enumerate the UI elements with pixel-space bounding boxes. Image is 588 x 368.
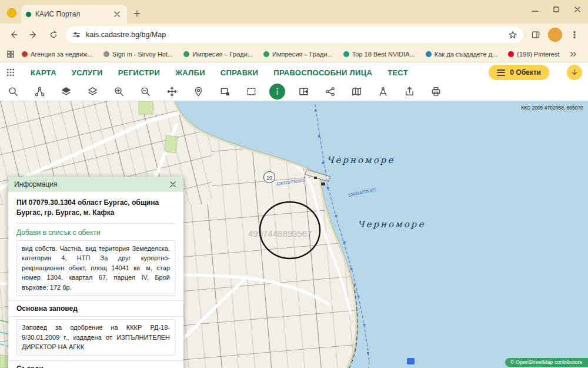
- bookmark-item[interactable]: Sign in - Sirvoy Hot...: [99, 49, 177, 59]
- bookmark-item[interactable]: Агенция за недвиж...: [18, 49, 97, 59]
- map-sheet-tool-icon[interactable]: [348, 84, 365, 100]
- bookmark-label: (198) Pinterest: [517, 51, 559, 58]
- site-settings-icon[interactable]: [72, 30, 81, 39]
- bookmark-favicon: [508, 51, 514, 57]
- nav-item-uslugi[interactable]: УСЛУГИ: [72, 68, 103, 77]
- nav-item-spravki[interactable]: СПРАВКИ: [220, 68, 258, 77]
- bookmark-label: Как да създадете д...: [435, 51, 498, 58]
- crs-coordinates-label: ККС 2005 4702058, 665070: [521, 105, 583, 111]
- collapse-header-button[interactable]: [567, 65, 582, 80]
- export-tool-icon[interactable]: [401, 84, 417, 100]
- location-tool-icon[interactable]: [190, 84, 206, 100]
- sea-name-label: Черноморе: [327, 155, 395, 165]
- side-panel-icon[interactable]: [528, 27, 543, 42]
- profile-avatar[interactable]: [548, 28, 562, 42]
- bookmark-label: Top 18 Best NVIDIA...: [352, 51, 415, 58]
- info-tool-icon[interactable]: [269, 84, 285, 100]
- browser-tabstrip: КАИС Портал: [0, 0, 588, 24]
- layers-outline-tool-icon[interactable]: [84, 84, 101, 100]
- bookmark-item[interactable]: Импресия – Гради...: [259, 49, 337, 59]
- zoom-in-tool-icon[interactable]: [111, 84, 127, 100]
- bookmark-label: Агенция за недвиж...: [31, 51, 93, 58]
- select-rect-tool-icon[interactable]: [216, 84, 233, 100]
- site-nav: КАРТА УСЛУГИ РЕГИСТРИ ЖАЛБИ СПРАВКИ ПРАВ…: [0, 62, 588, 82]
- bookmarks-overflow-icon[interactable]: [569, 48, 578, 60]
- nav-item-zhalbi[interactable]: ЖАЛБИ: [175, 68, 205, 77]
- bookmark-label: Импресия – Гради...: [272, 51, 333, 58]
- map-mini-control[interactable]: [407, 358, 415, 364]
- info-panel-header: Информация: [8, 177, 183, 192]
- info-panel: Информация ПИ 07079.30.1304 област Бурга…: [8, 177, 183, 368]
- parcel-heading: ПИ 07079.30.1304 област Бургас, община Б…: [16, 198, 175, 218]
- info-panel-close-icon[interactable]: [168, 180, 178, 189]
- browser-menu-icon[interactable]: [567, 27, 582, 42]
- zoom-out-tool-icon[interactable]: [137, 84, 153, 100]
- add-to-objects-link[interactable]: Добави в списък с обекти: [16, 228, 175, 237]
- road-number-label: 10: [266, 175, 272, 181]
- map-view[interactable]: 10 226323/731501 229314/729522 Черноморе…: [0, 101, 588, 368]
- share-tool-icon[interactable]: [322, 84, 338, 100]
- browser-logo-icon: [7, 8, 16, 18]
- map-toolbar: [0, 82, 588, 101]
- nav-item-test[interactable]: ТЕСТ: [387, 68, 408, 77]
- window-controls: [530, 5, 582, 14]
- neighbors-section-title: Съседи: [8, 360, 183, 368]
- nav-item-karta[interactable]: КАРТА: [31, 68, 56, 77]
- address-bar[interactable]: kais.cadastre.bg/bg/Map: [66, 26, 523, 43]
- bookmark-favicon: [103, 51, 109, 57]
- main-order-section-title: Основна заповед: [8, 300, 183, 317]
- objects-button[interactable]: 0 Обекти: [489, 65, 549, 80]
- map-watermark: 4997448893567: [248, 228, 312, 238]
- bookmark-favicon: [263, 51, 269, 57]
- reload-icon[interactable]: [46, 27, 61, 42]
- sea-name-label: Черноморе: [358, 219, 425, 230]
- tab-title: КАИС Портал: [35, 10, 108, 18]
- layers-tool-icon[interactable]: [58, 84, 74, 100]
- apps-grid-icon[interactable]: [6, 48, 15, 61]
- bookmark-item[interactable]: Импресия – Гради...: [179, 49, 257, 59]
- tab-close-icon[interactable]: [112, 9, 122, 19]
- measure-tool-icon[interactable]: [375, 84, 391, 100]
- osm-attribution[interactable]: © OpenStreetMap contributors: [505, 358, 588, 367]
- bookmark-favicon: [183, 51, 189, 57]
- maximize-icon[interactable]: [552, 5, 561, 14]
- main-order-text: Заповед за одобрение на КККР РД-18-9/30.…: [16, 319, 175, 356]
- browser-address-row: kais.cadastre.bg/bg/Map: [0, 24, 588, 46]
- objects-button-label: 0 Обекти: [510, 68, 541, 77]
- select-area-tool-icon[interactable]: [243, 84, 259, 100]
- bookmark-item[interactable]: Top 18 Best NVIDIA...: [339, 49, 419, 59]
- tab-favicon-icon: [26, 12, 31, 17]
- topology-tool-icon[interactable]: [31, 84, 48, 100]
- bookmark-favicon: [343, 51, 349, 57]
- bookmarks-bar: Агенция за недвиж... Sign in - Sirvoy Ho…: [0, 46, 588, 62]
- bookmark-favicon: [426, 51, 432, 57]
- nav-item-pravosposobni-litsa[interactable]: ПРАВОСПОСОБНИ ЛИЦА: [273, 68, 372, 77]
- new-tab-button[interactable]: [132, 8, 142, 19]
- bookmark-label: Sign in - Sirvoy Hot...: [112, 51, 173, 58]
- url-text: kais.cadastre.bg/bg/Map: [86, 31, 503, 39]
- pan-tool-icon[interactable]: [163, 84, 180, 100]
- back-icon[interactable]: [6, 27, 21, 42]
- portal-apps-icon[interactable]: [6, 68, 15, 77]
- forward-icon[interactable]: [26, 27, 41, 42]
- bookmark-favicon: [22, 51, 28, 57]
- bookmark-item[interactable]: (198) Pinterest: [504, 49, 563, 59]
- nav-item-registri[interactable]: РЕГИСТРИ: [118, 68, 160, 77]
- panel-divider: [16, 223, 175, 224]
- info-panel-body: ПИ 07079.30.1304 област Бургас, община Б…: [8, 198, 183, 368]
- window-close-icon[interactable]: [573, 5, 582, 14]
- slide-panel-tool-icon[interactable]: [295, 84, 312, 100]
- bookmark-label: Импресия – Гради...: [192, 51, 253, 58]
- bookmark-star-icon[interactable]: [508, 30, 517, 39]
- info-panel-title: Информация: [14, 180, 168, 188]
- road-number-badge: 10: [264, 172, 275, 183]
- parcel-details: вид собств. Частна, вид територия Земеде…: [16, 240, 175, 296]
- minimize-icon[interactable]: [530, 5, 540, 14]
- browser-tab[interactable]: КАИС Портал: [21, 5, 127, 24]
- hamburger-icon: [497, 68, 505, 77]
- print-tool-icon[interactable]: [427, 84, 444, 100]
- search-tool-icon[interactable]: [5, 84, 21, 100]
- bookmark-item[interactable]: Как да създадете д...: [422, 49, 502, 59]
